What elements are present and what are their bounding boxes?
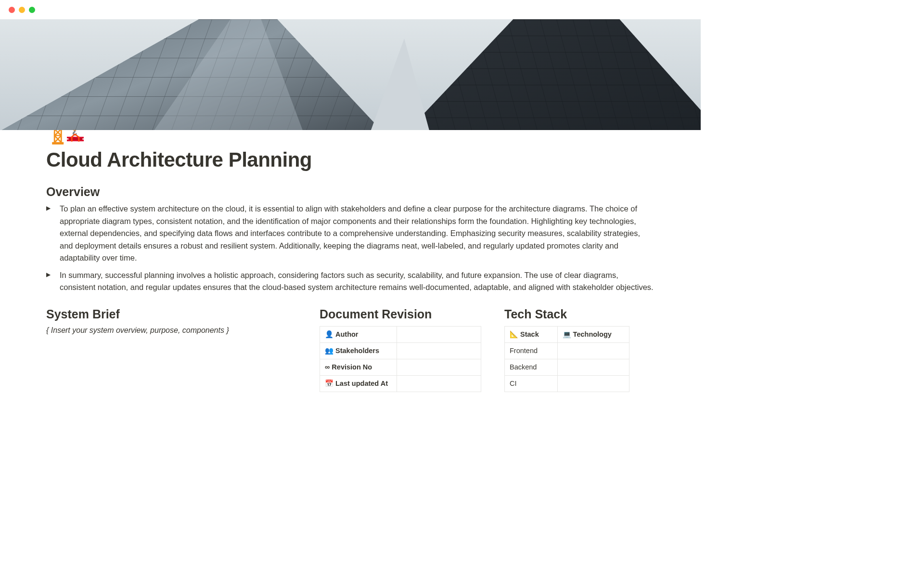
- stack-header-label: Stack: [520, 330, 539, 338]
- tech-stack-table[interactable]: 📐Stack 💻Technology Frontend Backend CI: [504, 326, 629, 392]
- table-row[interactable]: 📅Last updated At: [320, 375, 481, 392]
- author-icon: 👤: [325, 330, 334, 338]
- tech-cell[interactable]: [557, 375, 629, 392]
- revision-label: Revision No: [332, 363, 372, 371]
- minimize-window-icon[interactable]: [19, 7, 25, 13]
- close-window-icon[interactable]: [9, 7, 15, 13]
- system-brief-heading[interactable]: System Brief: [46, 307, 296, 321]
- table-row[interactable]: 👥Stakeholders: [320, 342, 481, 359]
- revision-table[interactable]: 👤Author 👥Stakeholders ∞Revision No 📅Last…: [320, 326, 481, 392]
- window-chrome: [0, 0, 701, 19]
- toggle-block[interactable]: ▶ To plan an effective system architectu…: [46, 203, 654, 264]
- toggle-arrow-icon[interactable]: ▶: [46, 203, 57, 213]
- stack-cell[interactable]: Backend: [505, 359, 558, 375]
- page-title[interactable]: Cloud Architecture Planning: [46, 148, 654, 171]
- stack-cell[interactable]: Frontend: [505, 342, 558, 359]
- toggle-block[interactable]: ▶ In summary, successful planning involv…: [46, 269, 654, 294]
- revision-value[interactable]: [397, 375, 481, 392]
- table-row[interactable]: ∞Revision No: [320, 359, 481, 375]
- stakeholders-icon: 👥: [325, 347, 334, 355]
- revision-label: Author: [335, 330, 359, 338]
- document-revision-column: Document Revision 👤Author 👥Stakeholders …: [320, 307, 481, 392]
- tech-stack-heading[interactable]: Tech Stack: [504, 307, 629, 321]
- overview-paragraph-2[interactable]: In summary, successful planning involves…: [60, 269, 654, 294]
- overview-paragraph-1[interactable]: To plan an effective system architecture…: [60, 203, 654, 264]
- revision-value[interactable]: [397, 342, 481, 359]
- table-row[interactable]: 👤Author: [320, 326, 481, 342]
- table-row[interactable]: Frontend: [505, 342, 629, 359]
- revision-value[interactable]: [397, 326, 481, 342]
- last-updated-icon: 📅: [325, 380, 334, 387]
- maximize-window-icon[interactable]: [29, 7, 35, 13]
- page-content: 🏗️ Cloud Architecture Planning Overview …: [0, 107, 701, 392]
- tech-cell[interactable]: [557, 359, 629, 375]
- table-header-row: 📐Stack 💻Technology: [505, 326, 629, 342]
- revision-label: Last updated At: [335, 380, 388, 387]
- document-revision-heading[interactable]: Document Revision: [320, 307, 481, 321]
- technology-icon: 💻: [563, 330, 571, 338]
- table-row[interactable]: Backend: [505, 359, 629, 375]
- table-row[interactable]: CI: [505, 375, 629, 392]
- overview-heading[interactable]: Overview: [46, 185, 654, 199]
- system-brief-column: System Brief { Insert your system overvi…: [46, 307, 296, 335]
- stack-icon: 📐: [510, 330, 518, 338]
- system-brief-placeholder[interactable]: { Insert your system overview, purpose, …: [46, 326, 296, 335]
- tech-cell[interactable]: [557, 342, 629, 359]
- technology-header-label: Technology: [573, 330, 612, 338]
- revision-no-icon: ∞: [325, 363, 330, 371]
- tech-stack-column: Tech Stack 📐Stack 💻Technology Frontend B…: [504, 307, 629, 392]
- cover-image: [0, 19, 701, 130]
- toggle-arrow-icon[interactable]: ▶: [46, 269, 57, 279]
- revision-label: Stakeholders: [335, 347, 379, 355]
- revision-value[interactable]: [397, 359, 481, 375]
- stack-cell[interactable]: CI: [505, 375, 558, 392]
